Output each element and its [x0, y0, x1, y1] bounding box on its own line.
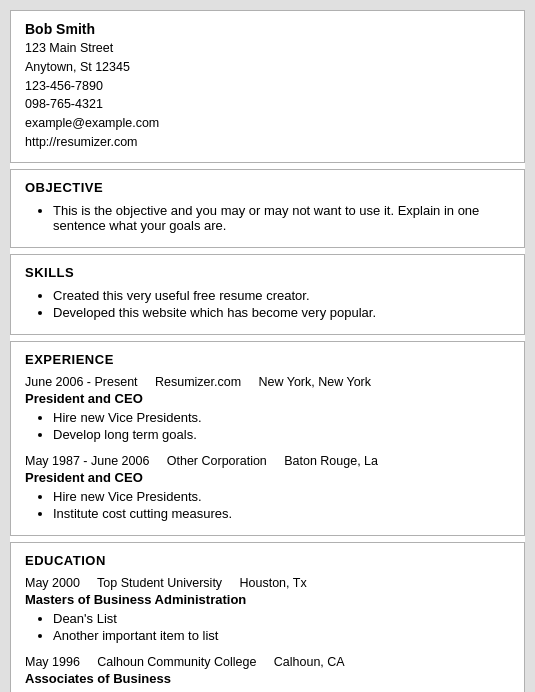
- job-1-location: New York, New York: [258, 375, 371, 389]
- edu-1-bullet-1: Dean's List: [53, 611, 510, 626]
- edu-1-bullet-2: Another important item to list: [53, 628, 510, 643]
- edu-2-location: Calhoun, CA: [274, 655, 345, 669]
- edu-2-date: May 1996: [25, 655, 80, 669]
- email: example@example.com: [25, 114, 510, 133]
- job-2-location: Baton Rouge, La: [284, 454, 378, 468]
- job-2-date: May 1987 - June 2006: [25, 454, 149, 468]
- skill-item-2: Developed this website which has become …: [53, 305, 510, 320]
- objective-text: This is the objective and you may or may…: [53, 203, 510, 233]
- address2: Anytown, St 12345: [25, 58, 510, 77]
- edu-1-school: Top Student University: [97, 576, 222, 590]
- edu-1-location: Houston, Tx: [239, 576, 306, 590]
- edu-2-school: Calhoun Community College: [97, 655, 256, 669]
- edu-1-degree: Masters of Business Administration: [25, 592, 510, 607]
- address1: 123 Main Street: [25, 39, 510, 58]
- edu-block-1: May 2000 Top Student University Houston,…: [25, 576, 510, 643]
- job-2-title: President and CEO: [25, 470, 510, 485]
- edu-2-degree: Associates of Business: [25, 671, 510, 686]
- skills-section: SKILLS Created this very useful free res…: [10, 254, 525, 335]
- skill-item-1: Created this very useful free resume cre…: [53, 288, 510, 303]
- phone1: 123-456-7890: [25, 77, 510, 96]
- objective-section: OBJECTIVE This is the objective and you …: [10, 169, 525, 248]
- name: Bob Smith: [25, 21, 510, 37]
- skills-title: SKILLS: [25, 265, 510, 280]
- job-block-1: June 2006 - Present Resumizer.com New Yo…: [25, 375, 510, 442]
- objective-title: OBJECTIVE: [25, 180, 510, 195]
- edu-block-2: May 1996 Calhoun Community College Calho…: [25, 655, 510, 693]
- job-2-bullet-2: Institute cost cutting measures.: [53, 506, 510, 521]
- job-1-company: Resumizer.com: [155, 375, 241, 389]
- education-section: EDUCATION May 2000 Top Student Universit…: [10, 542, 525, 693]
- resume-container: Bob Smith 123 Main Street Anytown, St 12…: [10, 10, 525, 692]
- experience-title: EXPERIENCE: [25, 352, 510, 367]
- job-1-bullet-1: Hire new Vice Presidents.: [53, 410, 510, 425]
- job-1-bullet-2: Develop long term goals.: [53, 427, 510, 442]
- education-title: EDUCATION: [25, 553, 510, 568]
- experience-section: EXPERIENCE June 2006 - Present Resumizer…: [10, 341, 525, 536]
- job-2-company: Other Corporation: [167, 454, 267, 468]
- job-2-bullet-1: Hire new Vice Presidents.: [53, 489, 510, 504]
- job-1-title: President and CEO: [25, 391, 510, 406]
- edu-1-bullets: Dean's List Another important item to li…: [53, 611, 510, 643]
- job-2-header: May 1987 - June 2006 Other Corporation B…: [25, 454, 510, 468]
- website: http://resumizer.com: [25, 133, 510, 152]
- job-block-2: May 1987 - June 2006 Other Corporation B…: [25, 454, 510, 521]
- job-1-bullets: Hire new Vice Presidents. Develop long t…: [53, 410, 510, 442]
- header-section: Bob Smith 123 Main Street Anytown, St 12…: [10, 10, 525, 163]
- objective-list: This is the objective and you may or may…: [53, 203, 510, 233]
- edu-1-header: May 2000 Top Student University Houston,…: [25, 576, 510, 590]
- job-2-bullets: Hire new Vice Presidents. Institute cost…: [53, 489, 510, 521]
- edu-1-date: May 2000: [25, 576, 80, 590]
- job-1-date: June 2006 - Present: [25, 375, 138, 389]
- edu-2-header: May 1996 Calhoun Community College Calho…: [25, 655, 510, 669]
- phone2: 098-765-4321: [25, 95, 510, 114]
- skills-list: Created this very useful free resume cre…: [53, 288, 510, 320]
- job-1-header: June 2006 - Present Resumizer.com New Yo…: [25, 375, 510, 389]
